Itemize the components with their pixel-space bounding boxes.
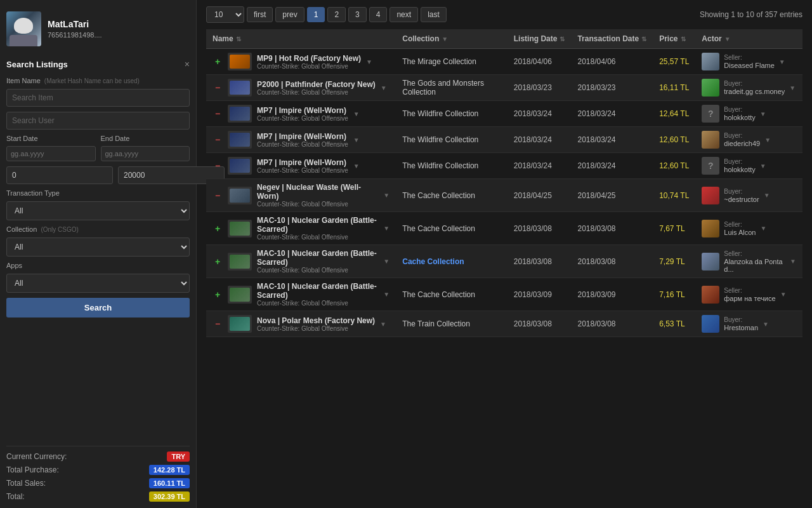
search-button[interactable]: Search bbox=[6, 298, 190, 318]
item-name-text: MAC-10 | Nuclear Garden (Battle-Scarred) bbox=[257, 216, 378, 234]
actor-info-cell: ? Buyer: holokkotty ▼ bbox=[702, 105, 796, 123]
price-cell: 7,67 TL bbox=[653, 212, 695, 245]
actor-name-text: Alanzoka da Ponta d... bbox=[724, 258, 785, 273]
min-price-input[interactable] bbox=[6, 166, 113, 184]
actor-filter-icon[interactable]: ▼ bbox=[763, 321, 769, 328]
page-1-button[interactable]: 1 bbox=[307, 7, 325, 22]
transaction-date-cell: 2018/03/08 bbox=[571, 212, 653, 245]
apps-group: Apps All bbox=[6, 262, 190, 293]
page-2-button[interactable]: 2 bbox=[327, 7, 346, 22]
actor-cell: ? Buyer: holokkotty ▼ bbox=[695, 101, 802, 127]
end-date-input[interactable] bbox=[101, 146, 190, 161]
item-filter-icon[interactable]: ▼ bbox=[383, 225, 390, 232]
collection-name-text: The Cache Collection bbox=[402, 224, 475, 233]
collection-name-text: Cache Collection bbox=[402, 257, 464, 266]
item-thumbnail bbox=[228, 79, 252, 97]
col-transaction-date-label: Transaction Date bbox=[577, 34, 639, 43]
collection-cell: Cache Collection bbox=[396, 245, 508, 278]
entries-info: Showing 1 to 10 of 357 entries bbox=[700, 10, 802, 19]
item-name-cell: − MP7 | Impire (Well-Worn) Counter-Strik… bbox=[206, 101, 396, 127]
listing-date-sort-icon: ⇅ bbox=[560, 36, 565, 43]
collection-sort[interactable]: Collection ▼ bbox=[402, 34, 448, 43]
collection-filter-icon[interactable]: ▼ bbox=[442, 36, 448, 43]
table-row: + MAC-10 | Nuclear Garden (Battle-Scarre… bbox=[206, 212, 802, 245]
actor-avatar bbox=[702, 220, 719, 237]
listing-date-value: 2018/04/06 bbox=[514, 57, 552, 66]
price-sort[interactable]: Price ⇅ bbox=[659, 34, 685, 43]
item-name-cell: − MP7 | Impire (Well-Worn) Counter-Strik… bbox=[206, 127, 396, 153]
actor-filter-icon[interactable]: ▼ bbox=[790, 258, 796, 265]
actor-info-cell: Seller: Diseased Flame ▼ bbox=[702, 53, 796, 70]
table-row: − MP7 | Impire (Well-Worn) Counter-Strik… bbox=[206, 101, 802, 127]
item-name-cell: − P2000 | Pathfinder (Factory New) Count… bbox=[206, 75, 396, 101]
page-3-button[interactable]: 3 bbox=[348, 7, 367, 22]
transaction-type-select[interactable]: All bbox=[6, 201, 190, 220]
pagination: 10 25 50 first prev 1 2 3 4 next last bbox=[206, 6, 447, 23]
actor-filter-icon[interactable]: ▼ bbox=[764, 137, 771, 144]
actor-role-text: Buyer: bbox=[724, 106, 756, 113]
item-filter-icon[interactable]: ▼ bbox=[353, 163, 360, 170]
item-thumbnail bbox=[228, 187, 252, 204]
price-cell: 12,64 TL bbox=[653, 101, 695, 127]
table-row: + MAC-10 | Nuclear Garden (Battle-Scarre… bbox=[206, 278, 802, 311]
prev-page-button[interactable]: prev bbox=[275, 7, 304, 22]
table-row: − MP7 | Impire (Well-Worn) Counter-Strik… bbox=[206, 153, 802, 179]
row-indicator: + bbox=[213, 57, 223, 67]
listing-date-sort[interactable]: Listing Date ⇅ bbox=[514, 34, 565, 43]
item-filter-icon[interactable]: ▼ bbox=[383, 258, 390, 265]
col-listing-date-label: Listing Date bbox=[514, 34, 558, 43]
name-sort[interactable]: Name ⇅ bbox=[213, 34, 241, 43]
actor-filter-icon[interactable]: ▼ bbox=[760, 225, 766, 232]
actor-details: Seller: фарм на течисе bbox=[724, 287, 775, 302]
item-filter-icon[interactable]: ▼ bbox=[381, 84, 387, 91]
actor-filter-icon[interactable]: ▼ bbox=[724, 36, 731, 43]
actor-filter-icon[interactable]: ▼ bbox=[760, 163, 766, 170]
actor-name-text: Hrestoman bbox=[724, 324, 758, 331]
table-container: Name ⇅ Collection ▼ List bbox=[206, 29, 802, 502]
actor-info-cell: Seller: Luis Alcon ▼ bbox=[702, 220, 796, 237]
search-user-input[interactable] bbox=[6, 112, 190, 130]
next-page-button[interactable]: next bbox=[390, 7, 418, 22]
item-name-text: MAC-10 | Nuclear Garden (Battle-Scarred) bbox=[257, 282, 378, 300]
item-name-text: Negev | Nuclear Waste (Well-Worn) bbox=[257, 183, 378, 201]
item-filter-icon[interactable]: ▼ bbox=[353, 137, 360, 144]
item-info: MP7 | Impire (Well-Worn) Counter-Strike:… bbox=[257, 106, 348, 122]
item-filter-icon[interactable]: ▼ bbox=[383, 192, 390, 199]
page-4-button[interactable]: 4 bbox=[369, 7, 388, 22]
item-game-text: Counter-Strike: Global Offensive bbox=[257, 115, 348, 122]
item-filter-icon[interactable]: ▼ bbox=[353, 110, 360, 117]
actor-filter-icon[interactable]: ▼ bbox=[764, 192, 770, 199]
actor-filter-icon[interactable]: ▼ bbox=[760, 110, 766, 117]
item-name-cell: + MAC-10 | Nuclear Garden (Battle-Scarre… bbox=[206, 245, 396, 278]
apps-select[interactable]: All bbox=[6, 274, 190, 293]
last-page-button[interactable]: last bbox=[421, 7, 447, 22]
item-filter-icon[interactable]: ▼ bbox=[380, 321, 386, 328]
actor-filter-icon[interactable]: ▼ bbox=[779, 58, 785, 65]
actor-name-text: Diseased Flame bbox=[724, 62, 774, 69]
listing-date-value: 2018/03/08 bbox=[514, 257, 552, 266]
item-filter-icon[interactable]: ▼ bbox=[383, 291, 390, 298]
actor-avatar bbox=[702, 315, 719, 333]
transaction-date-sort[interactable]: Transaction Date ⇅ bbox=[577, 34, 646, 43]
collection-cell: The Cache Collection bbox=[396, 278, 508, 311]
top-bar: 10 25 50 first prev 1 2 3 4 next last Sh… bbox=[206, 6, 802, 23]
transaction-date-value: 2018/03/08 bbox=[577, 224, 615, 233]
item-name-cell: + MP9 | Hot Rod (Factory New) Counter-St… bbox=[206, 49, 396, 75]
item-filter-icon[interactable]: ▼ bbox=[366, 58, 372, 65]
close-search-button[interactable]: × bbox=[185, 59, 190, 69]
collection-name-text: The Cache Collection bbox=[402, 290, 475, 299]
actor-filter-icon[interactable]: ▼ bbox=[780, 291, 787, 298]
item-name-label: Item Name bbox=[6, 77, 41, 84]
currency-badge: TRY bbox=[167, 451, 190, 462]
actor-sort[interactable]: Actor ▼ bbox=[702, 34, 730, 43]
start-date-input[interactable] bbox=[6, 146, 96, 161]
per-page-select[interactable]: 10 25 50 bbox=[206, 6, 244, 23]
collection-name-text: The Wildfire Collection bbox=[402, 161, 478, 170]
actor-filter-icon[interactable]: ▼ bbox=[789, 84, 796, 91]
item-name-input[interactable] bbox=[6, 89, 190, 107]
collection-select[interactable]: All bbox=[6, 237, 190, 257]
first-page-button[interactable]: first bbox=[247, 7, 273, 22]
name-sort-icon: ⇅ bbox=[236, 36, 241, 43]
collection-name-text: The Gods and Monsters Collection bbox=[402, 79, 484, 97]
col-price: Price ⇅ bbox=[653, 29, 695, 49]
